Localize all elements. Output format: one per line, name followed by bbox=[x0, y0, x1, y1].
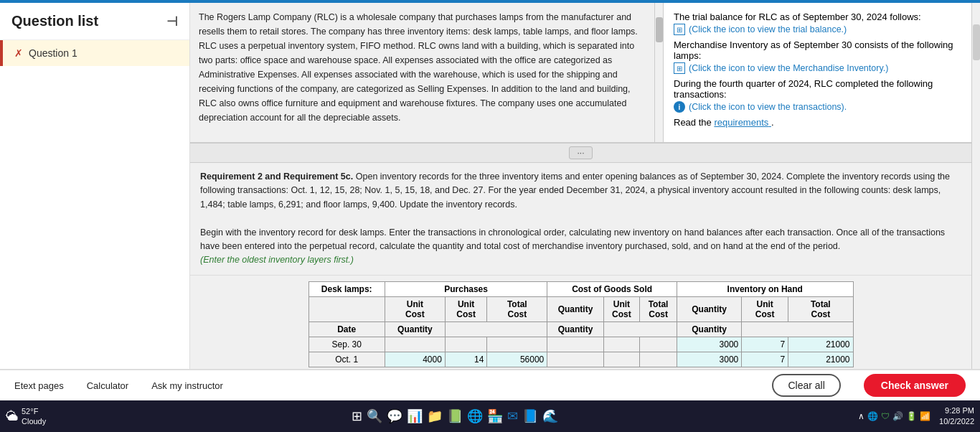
p-unit-col-header: UnitCost bbox=[445, 296, 486, 321]
i-qty-col-header: Quantity bbox=[677, 296, 741, 321]
c-qty-cell bbox=[547, 352, 603, 367]
merchandise-link[interactable]: ⊞ (Click the icon to view the Merchandis… bbox=[674, 62, 961, 74]
description-panel: The Rogers Lamp Company (RLC) is a whole… bbox=[190, 3, 654, 142]
i-total-input[interactable] bbox=[807, 354, 850, 365]
c-total-cell bbox=[640, 352, 677, 367]
date-sub-header: Date bbox=[308, 321, 385, 337]
table-title: Desk lamps: bbox=[308, 281, 385, 296]
back-icon[interactable]: ⊣ bbox=[166, 14, 178, 29]
teams-icon[interactable]: 💬 bbox=[387, 408, 402, 424]
network-icon[interactable]: 🌐 bbox=[867, 411, 878, 421]
edge-icon[interactable]: 🌊 bbox=[542, 408, 558, 424]
req-para2: Begin with the inventory record for desk… bbox=[200, 227, 945, 251]
system-tray: ∧ 🌐 🛡 🔊 🔋 📶 bbox=[858, 411, 930, 421]
i-total-cell[interactable] bbox=[788, 352, 853, 367]
wifi-icon[interactable]: 📶 bbox=[920, 411, 930, 421]
i-unit-cell[interactable] bbox=[742, 337, 788, 352]
purchases-header: Purchases bbox=[385, 281, 547, 296]
requirement-area: Requirement 2 and Requirement 5c. Open i… bbox=[190, 163, 971, 276]
question-status-icon: ✗ bbox=[14, 47, 23, 59]
search-icon[interactable]: 🔍 bbox=[367, 408, 382, 424]
taskbar-time: 9:28 PM 10/2/2022 bbox=[939, 405, 974, 428]
up-arrow-icon[interactable]: ∧ bbox=[858, 411, 864, 421]
weather-widget: 🌥 52°F Cloudy bbox=[6, 406, 46, 427]
p-qty-input[interactable] bbox=[402, 354, 442, 365]
excel-icon[interactable]: 📗 bbox=[447, 408, 463, 424]
trial-balance-link[interactable]: ⊞ (Click the icon to view the trial bala… bbox=[674, 24, 961, 35]
p-qty-col-header: UnitCost bbox=[385, 296, 445, 321]
powerpoint-icon[interactable]: 📊 bbox=[407, 408, 423, 424]
mail-icon[interactable]: ✉ bbox=[507, 408, 518, 424]
word-icon[interactable]: 📘 bbox=[522, 408, 538, 424]
table-row: Sep. 30 bbox=[308, 337, 853, 352]
right-scrollbar[interactable] bbox=[971, 3, 980, 369]
p-total-col-header: TotalCost bbox=[487, 296, 547, 321]
i-qty-input[interactable] bbox=[695, 339, 738, 349]
time-display: 9:28 PM bbox=[939, 405, 974, 416]
i-qty-sub-header: Quantity bbox=[677, 321, 741, 337]
calculator-link[interactable]: Calculator bbox=[87, 380, 129, 391]
c-unit-col-header: UnitCost bbox=[603, 296, 639, 321]
p-unit-cell[interactable] bbox=[445, 352, 486, 367]
p-total-cell[interactable] bbox=[487, 352, 547, 367]
c-total-cell bbox=[640, 337, 677, 352]
description-scroll-thumb bbox=[656, 17, 663, 42]
i-qty-input[interactable] bbox=[695, 354, 738, 365]
right-info-panel: The trial balance for RLC as of Septembe… bbox=[663, 3, 971, 142]
sidebar: Question list ⊣ ✗ Question 1 bbox=[0, 3, 190, 369]
c-qty-col-header: Quantity bbox=[547, 296, 603, 321]
date-col-header bbox=[308, 296, 385, 321]
right-scroll-thumb bbox=[973, 24, 980, 60]
c-unit-cell bbox=[603, 352, 639, 367]
i-unit-cell[interactable] bbox=[742, 352, 788, 367]
p-unit-cell bbox=[445, 337, 486, 352]
date-cell: Sep. 30 bbox=[308, 337, 385, 352]
p-total-input[interactable] bbox=[504, 354, 544, 365]
trial-balance-icon: ⊞ bbox=[674, 24, 685, 35]
volume-icon[interactable]: 🔊 bbox=[892, 411, 903, 421]
weather-text: 52°F Cloudy bbox=[22, 406, 46, 427]
windows-store-icon[interactable]: 🏪 bbox=[487, 408, 503, 424]
i-total-input[interactable] bbox=[807, 339, 850, 349]
inventory-table: Desk lamps: Purchases Cost of Goods Sold… bbox=[308, 281, 854, 367]
windows-start-icon[interactable]: ⊞ bbox=[352, 408, 362, 424]
file-explorer-icon[interactable]: 📁 bbox=[427, 408, 443, 424]
table-area: Desk lamps: Purchases Cost of Goods Sold… bbox=[190, 276, 971, 369]
p-qty-cell[interactable] bbox=[385, 352, 445, 367]
battery-icon[interactable]: 🔋 bbox=[906, 411, 917, 421]
divider-btn[interactable]: ··· bbox=[569, 146, 592, 159]
p-unit-input[interactable] bbox=[458, 354, 484, 365]
description-text: The Rogers Lamp Company (RLC) is a whole… bbox=[199, 10, 646, 125]
i-qty-cell[interactable] bbox=[677, 337, 741, 352]
merchandise-icon: ⊞ bbox=[674, 62, 685, 74]
i-unit-col-header: UnitCost bbox=[742, 296, 788, 321]
instructor-link[interactable]: Ask my instructor bbox=[151, 380, 223, 391]
merchandise-text: Merchandise Inventory as of September 30… bbox=[674, 39, 961, 61]
date-display: 10/2/2022 bbox=[939, 416, 974, 427]
transactions-link[interactable]: i (Click the icon to view the transactio… bbox=[674, 101, 961, 113]
clear-all-button[interactable]: Clear all bbox=[772, 374, 840, 397]
check-answer-button[interactable]: Check answer bbox=[864, 374, 966, 397]
i-unit-input[interactable] bbox=[756, 339, 785, 349]
p-qty-cell bbox=[385, 337, 445, 352]
i-total-cell[interactable] bbox=[788, 337, 853, 352]
i-unit-input[interactable] bbox=[756, 354, 785, 365]
p-qty-sub-header: Quantity bbox=[385, 321, 445, 337]
chrome-icon[interactable]: 🌐 bbox=[467, 408, 483, 424]
i-qty-cell[interactable] bbox=[677, 352, 741, 367]
info-icon: i bbox=[674, 101, 685, 113]
date-cell: Oct. 1 bbox=[308, 352, 385, 367]
req-bold-text: Requirement 2 and Requirement 5c. bbox=[200, 172, 353, 182]
sidebar-item-q1[interactable]: ✗ Question 1 bbox=[0, 40, 189, 66]
inventory-header: Inventory on Hand bbox=[677, 281, 853, 296]
section-divider: ··· bbox=[190, 143, 971, 163]
sidebar-title: Question list bbox=[11, 13, 98, 29]
trial-balance-text: The trial balance for RLC as of Septembe… bbox=[674, 11, 961, 22]
etext-link[interactable]: Etext pages bbox=[14, 380, 64, 391]
transactions-text: During the fourth quarter of 2024, RLC c… bbox=[674, 78, 961, 100]
description-scrollbar[interactable] bbox=[654, 3, 663, 142]
c-total-col-header: TotalCost bbox=[640, 296, 677, 321]
taskbar: 🌥 52°F Cloudy ⊞ 🔍 💬 📊 📁 📗 🌐 🏪 ✉ 📘 🌊 ∧ 🌐 … bbox=[0, 400, 980, 432]
vpn-icon[interactable]: 🛡 bbox=[881, 411, 890, 421]
requirements-link[interactable]: requirements bbox=[714, 117, 771, 128]
